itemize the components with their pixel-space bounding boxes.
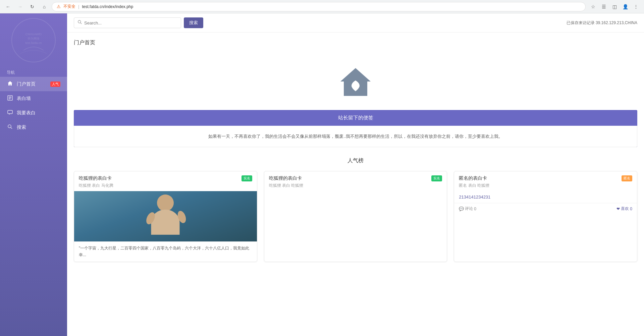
home-icon-wrap bbox=[339, 66, 372, 97]
forward-button[interactable]: → bbox=[15, 2, 25, 11]
search-input[interactable] bbox=[84, 20, 177, 25]
svg-point-11 bbox=[78, 20, 81, 23]
sidebar: CNHUAWEI 华为网络 test.fatda.cn 导航 门户首页 人气 表… bbox=[0, 13, 67, 336]
card-3-number: 2134141234231 bbox=[454, 191, 637, 203]
menu-button[interactable]: ⋮ bbox=[631, 2, 641, 11]
board-nav-label: 表白墙 bbox=[17, 96, 31, 102]
svg-text:CNHUAWEI: CNHUAWEI bbox=[25, 33, 42, 36]
home-button[interactable]: ⌂ bbox=[40, 2, 49, 11]
search-button[interactable]: 搜索 bbox=[184, 17, 203, 28]
card-3-footer: 💬 评论 0 ❤ 喜欢 0 bbox=[454, 203, 637, 214]
card-2-header: 吃狐狸的表白卡 吃狐狸 表白 吃狐狸 实名 bbox=[264, 171, 447, 191]
card-1-header: 吃狐狸的表白卡 吃狐狸 表白 马化腾 实名 bbox=[74, 171, 257, 191]
sidebar-item-board[interactable]: 表白墙 bbox=[0, 91, 67, 106]
card-3-title-area: 匿名的表白卡 匿名 表白 吃狐狸 bbox=[459, 175, 622, 188]
search-input-wrap bbox=[74, 17, 181, 28]
house-heart-icon bbox=[339, 66, 372, 97]
svg-point-9 bbox=[8, 125, 11, 128]
comment-label: 评论 bbox=[465, 206, 473, 212]
search-nav-icon bbox=[7, 124, 13, 130]
security-warning-text: 不安全 bbox=[63, 4, 75, 9]
notice-banner: 站长留下的便签 如果有一天，不再喜欢你了，我的生活会不会又像从前那样塌落，颓废.… bbox=[74, 110, 637, 147]
card-1[interactable]: 吃狐狸的表白卡 吃狐狸 表白 马化腾 实名 bbox=[74, 171, 257, 262]
apps-button[interactable]: ◫ bbox=[610, 2, 619, 11]
card-2-title-area: 吃狐狸的表白卡 吃狐狸 表白 吃狐狸 bbox=[269, 175, 432, 188]
back-button[interactable]: ← bbox=[3, 2, 13, 11]
home-nav-label: 门户首页 bbox=[17, 81, 36, 87]
hot-badge: 人气 bbox=[50, 81, 60, 87]
home-nav-icon bbox=[7, 81, 13, 87]
card-2-tags: 吃狐狸 表白 吃狐狸 bbox=[269, 183, 432, 188]
app-layout: CNHUAWEI 华为网络 test.fatda.cn 导航 门户首页 人气 表… bbox=[0, 13, 644, 336]
card-3-title: 匿名的表白卡 bbox=[459, 175, 622, 181]
like-icon: ❤ bbox=[616, 207, 620, 211]
svg-text:test.fatda.cn: test.fatda.cn bbox=[25, 41, 42, 45]
address-bar: ⚠ 不安全 | test.fatda.cn/index/index.php bbox=[52, 2, 586, 11]
confess-nav-label: 我要表白 bbox=[17, 110, 36, 116]
browser-actions: ☆ ☰ ◫ 👤 ⋮ bbox=[588, 2, 641, 11]
card-3-comment: 💬 评论 0 bbox=[459, 206, 476, 212]
reload-button[interactable]: ↻ bbox=[28, 2, 37, 11]
svg-text:华为网络: 华为网络 bbox=[28, 37, 40, 40]
card-2-title: 吃狐狸的表白卡 bbox=[269, 175, 432, 181]
card-3-like: ❤ 喜欢 0 bbox=[616, 206, 632, 212]
hero-section bbox=[74, 53, 637, 107]
card-1-tags: 吃狐狸 表白 马化腾 bbox=[79, 183, 241, 188]
sidebar-item-home[interactable]: 门户首页 人气 bbox=[0, 77, 67, 91]
bookmark-list-button[interactable]: ☰ bbox=[599, 2, 608, 11]
watermark-svg: CNHUAWEI 华为网络 test.fatda.cn bbox=[10, 17, 57, 64]
svg-rect-8 bbox=[8, 110, 12, 114]
like-label: 喜欢 bbox=[621, 206, 629, 212]
nav-section-label: 导航 bbox=[0, 67, 67, 77]
sidebar-logo: CNHUAWEI 华为网络 test.fatda.cn bbox=[0, 13, 67, 67]
card-3-header: 匿名的表白卡 匿名 表白 吃狐狸 匿名 bbox=[454, 171, 637, 191]
card-1-badge: 实名 bbox=[241, 175, 252, 181]
card-1-title-area: 吃狐狸的表白卡 吃狐狸 表白 马化腾 bbox=[79, 175, 241, 188]
page-title: 门户首页 bbox=[74, 39, 637, 46]
sidebar-item-search[interactable]: 搜索 bbox=[0, 120, 67, 134]
search-nav-label: 搜索 bbox=[17, 124, 26, 130]
card-1-title: 吃狐狸的表白卡 bbox=[79, 175, 241, 181]
visitor-info: 已保存来访记录 39.162.129.213,CHINA bbox=[567, 20, 637, 26]
url-text: test.fatda.cn/index/index.php bbox=[82, 4, 133, 9]
notice-body: 如果有一天，不再喜欢你了，我的生活会不会又像从前那样塌落，颓废..我不想再要那样… bbox=[74, 126, 637, 147]
card-2-badge: 实名 bbox=[431, 175, 442, 181]
svg-line-12 bbox=[80, 23, 82, 24]
card-3-badge: 匿名 bbox=[622, 175, 632, 181]
profile-button[interactable]: 👤 bbox=[621, 2, 630, 11]
logo-watermark: CNHUAWEI 华为网络 test.fatda.cn bbox=[0, 13, 67, 67]
browser-chrome: ← → ↻ ⌂ ⚠ 不安全 | test.fatda.cn/index/inde… bbox=[0, 0, 644, 13]
comment-count: 0 bbox=[474, 207, 476, 211]
card-1-image bbox=[74, 191, 257, 241]
page-body: 门户首页 站长留下的便签 如果有一天，不再喜欢你了，我的生活会不会又像从前那样塌… bbox=[67, 33, 644, 336]
popular-section: 人气榜 吃狐狸的表白卡 吃狐狸 表白 马化腾 实名 bbox=[74, 157, 637, 262]
card-1-text: "一个字宙，九大行星，二百零四个国家，八百零九个岛屿，六个大洋，六十八亿人口，我… bbox=[74, 241, 257, 261]
security-warning-icon: ⚠ bbox=[57, 4, 61, 9]
sidebar-item-confess[interactable]: 我要表白 bbox=[0, 106, 67, 120]
confess-nav-icon bbox=[7, 110, 13, 116]
like-count: 0 bbox=[630, 207, 632, 211]
header-bar: 搜索 已保存来访记录 39.162.129.213,CHINA bbox=[67, 13, 644, 33]
svg-point-0 bbox=[12, 18, 55, 62]
cards-grid: 吃狐狸的表白卡 吃狐狸 表白 马化腾 实名 bbox=[74, 171, 637, 262]
card-3-tags: 匿名 表白 吃狐狸 bbox=[459, 183, 622, 188]
card-3[interactable]: 匿名的表白卡 匿名 表白 吃狐狸 匿名 2134141234231 💬 评论 0 bbox=[454, 171, 637, 262]
popular-title: 人气榜 bbox=[74, 157, 637, 164]
search-area: 搜索 bbox=[74, 17, 203, 28]
comment-icon: 💬 bbox=[459, 207, 464, 211]
main-content: 搜索 已保存来访记录 39.162.129.213,CHINA 门户首页 站长留… bbox=[67, 13, 644, 336]
notice-title: 站长留下的便签 bbox=[74, 110, 637, 126]
card-2[interactable]: 吃狐狸的表白卡 吃狐狸 表白 吃狐狸 实名 bbox=[264, 171, 447, 262]
search-icon bbox=[77, 20, 82, 26]
board-nav-icon bbox=[7, 95, 13, 102]
svg-line-10 bbox=[11, 127, 12, 129]
bookmark-star-button[interactable]: ☆ bbox=[588, 2, 598, 11]
